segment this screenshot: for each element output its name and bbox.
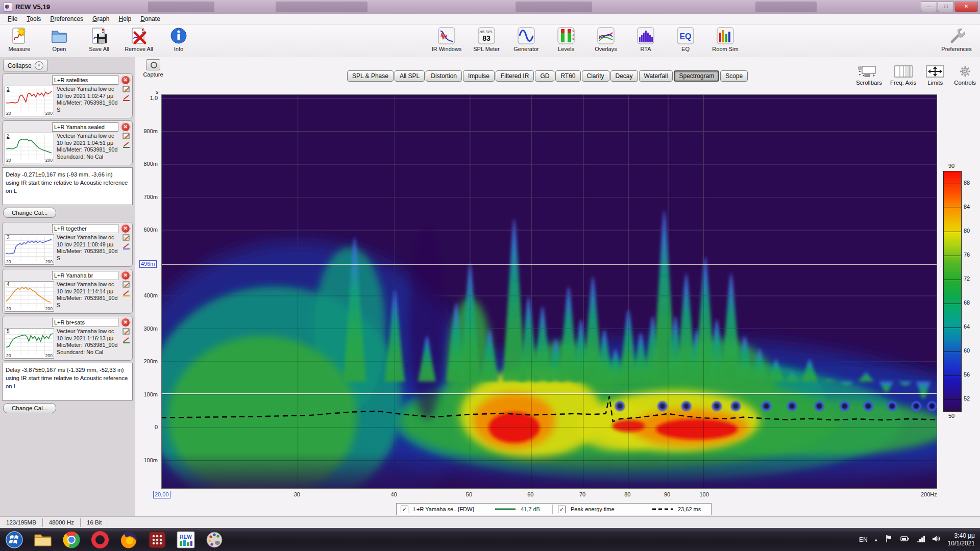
remove-measurement-icon[interactable]: ✕ <box>121 271 130 280</box>
language-indicator[interactable]: EN <box>859 536 868 543</box>
menu-donate[interactable]: Donate <box>136 14 165 23</box>
trace-style-icon[interactable] <box>122 141 130 147</box>
taskbar-clock[interactable]: 3:40 μμ 10/1/2021 <box>948 532 975 547</box>
measurement-card-4[interactable]: ✕420200Vecteur Yamaha low oc10 Ιαν 2021 … <box>2 269 133 314</box>
measurement-name-input[interactable] <box>52 271 118 280</box>
maximize-button[interactable]: □ <box>938 2 954 12</box>
info-button[interactable]: Info <box>162 26 195 52</box>
ir-windows-button[interactable]: IR Windows <box>430 26 463 52</box>
remove-all-button[interactable]: Remove All <box>122 26 155 52</box>
trace-style-icon[interactable] <box>122 242 130 249</box>
change-cal-button[interactable]: Change Cal... <box>3 208 56 218</box>
toolbar-label: RTA <box>641 46 651 52</box>
tab-spl-phase[interactable]: SPL & Phase <box>347 70 394 82</box>
trace-style-icon[interactable] <box>122 94 130 101</box>
rta-button[interactable]: RTA <box>629 26 662 52</box>
toolbar-label: EQ <box>681 46 690 52</box>
save-notes-icon[interactable] <box>122 85 130 92</box>
taskbar-icon-keypad-app[interactable] <box>147 530 167 550</box>
measure-button[interactable]: Measure <box>3 26 36 52</box>
menu-file[interactable]: File <box>3 14 22 23</box>
controls-button[interactable]: Controls <box>954 64 976 86</box>
trace-style-icon[interactable] <box>122 336 130 343</box>
levels-button[interactable]: 036Levels <box>550 26 582 52</box>
trace-style-icon[interactable] <box>122 289 130 296</box>
measurement-card-5[interactable]: ✕520200Vecteur Yamaha low oc10 Ιαν 2021 … <box>2 316 133 361</box>
taskbar-icon-start[interactable] <box>4 530 24 550</box>
measurement-body: 220200Vecteur Yamaha low oc10 Ιαν 2021 1… <box>5 133 130 163</box>
measurement-name-input[interactable] <box>52 122 118 132</box>
capture-button[interactable]: Capture <box>141 59 165 78</box>
action-center-flag-icon[interactable] <box>885 534 894 545</box>
measurement-thumbnail[interactable]: 220200 <box>5 133 54 163</box>
tab-distortion[interactable]: Distortion <box>426 70 462 82</box>
tab-decay[interactable]: Decay <box>610 70 638 82</box>
measurement-thumbnail[interactable]: 320200 <box>5 234 54 265</box>
remove-measurement-icon[interactable]: ✕ <box>121 76 130 85</box>
tab-impulse[interactable]: Impulse <box>463 70 495 82</box>
legend-checkbox[interactable]: ✓ <box>558 506 566 513</box>
measurement-actions <box>122 85 130 101</box>
save-notes-icon[interactable] <box>122 234 130 240</box>
taskbar-icon-opera[interactable] <box>90 530 110 550</box>
tab-rt60[interactable]: RT60 <box>555 70 580 82</box>
remove-measurement-icon[interactable]: ✕ <box>121 318 130 327</box>
save-all-button[interactable]: Save All <box>83 26 115 52</box>
preferences-button[interactable]: Preferences <box>940 26 973 52</box>
open-button[interactable]: Open <box>43 26 76 52</box>
collapse-button[interactable]: Collapse« <box>3 60 48 71</box>
tab-gd[interactable]: GD <box>535 70 554 82</box>
freq-axis-button[interactable]: Freq. Axis <box>890 64 916 86</box>
measurement-name-input[interactable] <box>52 76 118 85</box>
tab-spectrogram[interactable]: Spectrogram <box>674 70 719 82</box>
measurement-thumbnail[interactable]: 120200 <box>5 86 54 116</box>
tab-scope[interactable]: Scope <box>720 70 748 82</box>
eq-button[interactable]: EQEQ <box>669 26 702 52</box>
measurement-thumbnail[interactable]: 520200 <box>5 328 54 359</box>
measurement-thumbnail[interactable]: 420200 <box>5 281 54 312</box>
titlebar-background-blur <box>516 2 592 12</box>
measurement-card-2[interactable]: ✕220200Vecteur Yamaha low oc10 Ιαν 2021 … <box>2 120 133 165</box>
tab-filtered-ir[interactable]: Filtered IR <box>496 70 534 82</box>
taskbar-icon-explorer[interactable] <box>33 530 53 550</box>
menu-preferences[interactable]: Preferences <box>45 14 88 23</box>
battery-icon[interactable] <box>900 534 910 545</box>
menu-graph[interactable]: Graph <box>88 14 114 23</box>
save-notes-icon[interactable] <box>122 132 130 139</box>
minimize-button[interactable]: – <box>921 2 937 12</box>
spl-meter-button[interactable]: dB SPL83SPL Meter <box>470 26 503 52</box>
measurement-card-1[interactable]: ✕120200Vecteur Yamaha low oc10 Ιαν 2021 … <box>2 73 133 118</box>
spectrogram-plot[interactable] <box>161 94 937 489</box>
remove-measurement-icon[interactable]: ✕ <box>121 122 130 132</box>
menu-tools[interactable]: Tools <box>22 14 45 23</box>
menu-help[interactable]: Help <box>114 14 136 23</box>
remove-measurement-icon[interactable]: ✕ <box>121 224 130 233</box>
save-notes-icon[interactable] <box>122 328 130 334</box>
save-notes-icon[interactable] <box>122 281 130 287</box>
change-cal-button[interactable]: Change Cal... <box>3 403 56 413</box>
limits-button[interactable]: Limits <box>924 64 946 86</box>
measurement-info-line: Soundcard: No Cal <box>57 349 117 356</box>
taskbar-icon-chrome[interactable] <box>61 530 82 550</box>
taskbar-icon-paint[interactable] <box>204 530 225 550</box>
tab-all-spl[interactable]: All SPL <box>395 70 425 82</box>
room-sim-button[interactable]: Room Sim <box>709 26 742 52</box>
colorbar-tick <box>944 280 961 280</box>
close-button[interactable]: × <box>954 2 978 12</box>
measurement-info-line: Vecteur Yamaha low oc <box>57 328 117 335</box>
measurement-card-3[interactable]: ✕320200Vecteur Yamaha low oc10 Ιαν 2021 … <box>2 222 133 267</box>
generator-button[interactable]: Generator <box>510 26 543 52</box>
tray-expand-icon[interactable]: ▲ <box>874 537 878 542</box>
tab-clarity[interactable]: Clarity <box>582 70 609 82</box>
tab-waterfall[interactable]: Waterfall <box>639 70 673 82</box>
legend-checkbox[interactable]: ✓ <box>401 506 408 513</box>
scrollbars-button[interactable]: Scrollbars <box>856 64 882 86</box>
measurement-name-input[interactable] <box>52 224 118 233</box>
volume-icon[interactable] <box>932 534 942 545</box>
overlays-button[interactable]: Overlays <box>590 26 622 52</box>
taskbar-icon-firefox[interactable] <box>118 530 139 550</box>
x-axis-tick-label: 70 <box>579 491 585 497</box>
taskbar-icon-rew[interactable]: REW <box>176 530 196 550</box>
network-signal-icon[interactable] <box>916 534 925 545</box>
measurement-name-input[interactable] <box>52 318 118 327</box>
